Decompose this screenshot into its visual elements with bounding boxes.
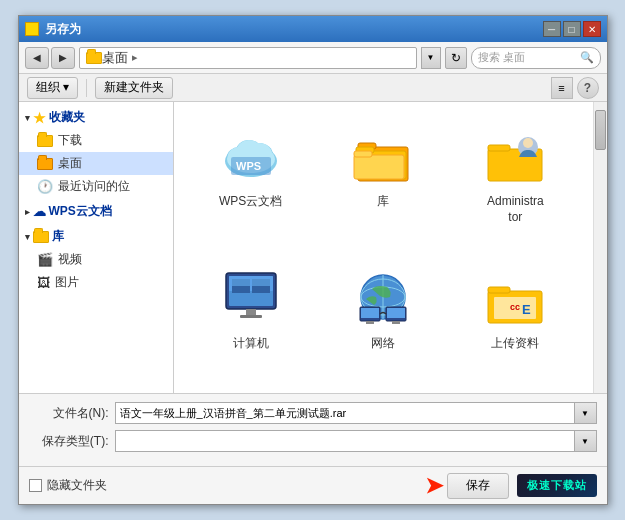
watermark-text: 极速下载站	[527, 478, 587, 493]
forward-button[interactable]: ▶	[51, 47, 75, 69]
search-icon: 🔍	[580, 51, 594, 64]
filename-input[interactable]	[115, 402, 575, 424]
help-button[interactable]: ?	[577, 77, 599, 99]
svg-text:E: E	[522, 302, 531, 317]
download-folder-icon	[37, 135, 53, 147]
minimize-button[interactable]: ─	[543, 21, 561, 37]
svg-rect-40	[488, 287, 510, 293]
save-area: ➤ 保存	[425, 473, 509, 499]
svg-rect-17	[488, 145, 510, 151]
filename-row: 文件名(N): ▼	[29, 402, 597, 424]
refresh-button[interactable]: ↻	[445, 47, 467, 69]
sidebar-section-favorites: ▾ ★ 收藏夹 下载 桌面 🕐 最近访问的位	[19, 106, 173, 198]
svg-point-19	[523, 138, 533, 148]
main-area: ▾ ★ 收藏夹 下载 桌面 🕐 最近访问的位	[19, 102, 607, 393]
hide-folders-checkbox[interactable]	[29, 479, 42, 492]
svg-rect-28	[252, 279, 270, 286]
svg-rect-38	[392, 321, 400, 324]
sidebar-header-wps[interactable]: ▸ ☁ WPS云文档	[19, 200, 173, 223]
sidebar-item-picture[interactable]: 🖼 图片	[19, 271, 173, 294]
new-folder-button[interactable]: 新建文件夹	[95, 77, 173, 99]
favorites-icon: ★	[33, 110, 46, 126]
file-item-library[interactable]: 库	[322, 118, 444, 250]
file-item-admin[interactable]: Administrator	[454, 118, 576, 250]
sidebar-item-video[interactable]: 🎬 视频	[19, 248, 173, 271]
search-placeholder: 搜索 桌面	[478, 50, 525, 65]
address-bar: ◀ ▶ 桌面 ▸ ▼ ↻ 搜索 桌面 🔍	[19, 42, 607, 74]
library-file-icon	[351, 124, 415, 188]
file-item-network[interactable]: 网络	[322, 260, 444, 377]
view-button[interactable]: ≡	[551, 77, 573, 99]
file-item-wps-cloud[interactable]: WPS WPS云文档	[190, 118, 312, 250]
title-bar: 另存为 ─ □ ✕	[19, 16, 607, 42]
close-button[interactable]: ✕	[583, 21, 601, 37]
sidebar-item-download[interactable]: 下载	[19, 129, 173, 152]
address-field[interactable]: 桌面 ▸	[79, 47, 417, 69]
sidebar-section-library: ▾ 库 🎬 视频 🖼 图片	[19, 225, 173, 294]
file-item-computer[interactable]: 计算机	[190, 260, 312, 377]
hide-folders-label: 隐藏文件夹	[47, 477, 107, 494]
wps-cloud-icon: ☁	[33, 204, 46, 219]
current-path: 桌面	[102, 49, 128, 67]
file-area: WPS WPS云文档	[174, 102, 593, 393]
folder-small-icon	[86, 52, 102, 64]
svg-rect-23	[246, 309, 256, 315]
address-dropdown[interactable]: ▼	[421, 47, 441, 69]
filetype-dropdown[interactable]: ▼	[575, 430, 597, 452]
favorites-label: 收藏夹	[49, 109, 85, 126]
sidebar-item-picture-label: 图片	[55, 274, 79, 291]
sidebar-item-download-label: 下载	[58, 132, 82, 149]
toolbar-separator	[86, 79, 87, 97]
file-item-upload[interactable]: cc E 上传资料	[454, 260, 576, 377]
form-area: 文件名(N): ▼ 保存类型(T): ▼	[19, 393, 607, 466]
organize-button[interactable]: 组织 ▾	[27, 77, 78, 99]
recent-icon: 🕐	[37, 179, 53, 194]
hide-folders-area[interactable]: 隐藏文件夹	[29, 477, 107, 494]
file-grid: WPS WPS云文档	[174, 102, 593, 393]
toolbar-right: ≡ ?	[551, 77, 599, 99]
svg-rect-34	[361, 308, 379, 318]
svg-text:cc: cc	[510, 302, 520, 312]
svg-rect-37	[387, 308, 405, 318]
desktop-folder-icon	[37, 158, 53, 170]
title-icon	[25, 22, 39, 36]
filename-dropdown[interactable]: ▼	[575, 402, 597, 424]
filename-label: 文件名(N):	[29, 405, 109, 422]
file-scrollbar[interactable]	[593, 102, 607, 393]
filetype-label: 保存类型(T):	[29, 433, 109, 450]
admin-file-label: Administrator	[487, 194, 544, 225]
upload-file-label: 上传资料	[491, 336, 539, 352]
expand-arrow-favorites: ▾	[25, 113, 30, 123]
filetype-input[interactable]	[115, 430, 575, 452]
watermark-badge: 极速下载站	[517, 474, 597, 497]
search-box[interactable]: 搜索 桌面 🔍	[471, 47, 601, 69]
title-bar-left: 另存为	[25, 21, 81, 38]
sidebar: ▾ ★ 收藏夹 下载 桌面 🕐 最近访问的位	[19, 102, 174, 393]
sidebar-item-recent[interactable]: 🕐 最近访问的位	[19, 175, 173, 198]
filetype-row: 保存类型(T): ▼	[29, 430, 597, 452]
svg-rect-27	[232, 279, 250, 286]
maximize-button[interactable]: □	[563, 21, 581, 37]
title-controls: ─ □ ✕	[543, 21, 601, 37]
computer-file-icon	[219, 266, 283, 330]
file-area-container: WPS WPS云文档	[174, 102, 607, 393]
footer: 隐藏文件夹 ➤ 保存 极速下载站	[19, 466, 607, 504]
save-dialog: 另存为 ─ □ ✕ ◀ ▶ 桌面 ▸ ▼ ↻ 搜索 桌面 🔍 组织 ▾ 新建文件…	[18, 15, 608, 505]
scrollbar-thumb[interactable]	[595, 110, 606, 150]
upload-file-icon: cc E	[483, 266, 547, 330]
svg-rect-14	[354, 155, 404, 179]
sidebar-item-desktop-label: 桌面	[58, 155, 82, 172]
sidebar-item-desktop[interactable]: 桌面	[19, 152, 173, 175]
save-button[interactable]: 保存	[447, 473, 509, 499]
sidebar-item-video-label: 视频	[58, 251, 82, 268]
footer-buttons: ➤ 保存 极速下载站	[425, 473, 597, 499]
video-icon: 🎬	[37, 252, 53, 267]
library-icon	[33, 231, 49, 243]
network-file-icon	[351, 266, 415, 330]
sidebar-header-library[interactable]: ▾ 库	[19, 225, 173, 248]
library-label: 库	[52, 228, 64, 245]
back-button[interactable]: ◀	[25, 47, 49, 69]
sidebar-header-favorites[interactable]: ▾ ★ 收藏夹	[19, 106, 173, 129]
wps-cloud-file-icon: WPS	[219, 124, 283, 188]
svg-rect-24	[240, 315, 262, 318]
